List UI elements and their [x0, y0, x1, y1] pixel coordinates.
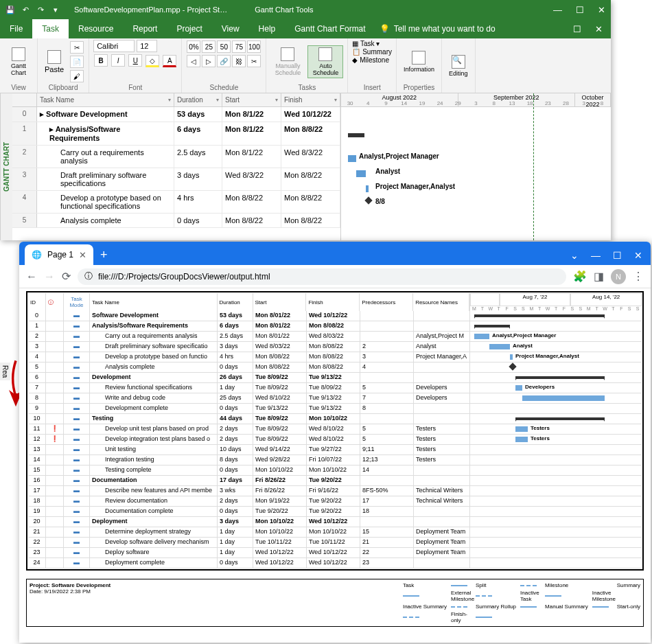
task-row[interactable]: 1 ▸ Analysis/Software Requirements 6 day…: [12, 122, 340, 146]
browser-chevron-down-icon[interactable]: ⌄: [570, 250, 579, 261]
manual-schedule-button[interactable]: Manually Schedule: [270, 46, 305, 78]
editing-button[interactable]: 🔍Editing: [446, 54, 471, 78]
tab-gantt-format[interactable]: Gantt Chart Format: [285, 19, 375, 38]
ribbon-close-icon[interactable]: ✕: [595, 24, 603, 34]
browser-maximize-icon[interactable]: ☐: [613, 250, 622, 261]
format-painter-icon[interactable]: 🖌: [70, 70, 84, 82]
task-name-cell[interactable]: Develop a prototype based on functional …: [37, 191, 174, 213]
header-finish[interactable]: Finish▾: [281, 93, 340, 106]
close-icon[interactable]: ✕: [598, 5, 605, 15]
start-cell[interactable]: Mon 8/8/22: [222, 191, 281, 213]
duration-cell[interactable]: 6 days: [174, 122, 222, 145]
header-start[interactable]: Start▾: [222, 93, 281, 106]
panel-icon[interactable]: ◨: [594, 270, 604, 283]
undo-icon[interactable]: ↶: [21, 5, 30, 14]
task-row[interactable]: 0 ▸ Software Development 53 days Mon 8/1…: [12, 107, 340, 122]
link-button[interactable]: 🔗: [217, 55, 231, 67]
copy-icon[interactable]: 📄: [70, 56, 84, 68]
gantt-chart-button[interactable]: Gantt Chart: [4, 46, 33, 78]
font-name-combo[interactable]: Calibri: [93, 40, 135, 52]
header-duration[interactable]: Duration▾: [174, 93, 222, 106]
insert-milestone-button[interactable]: ◆ Milestone: [352, 56, 389, 64]
pct-100-button[interactable]: 100: [247, 41, 261, 53]
tab-resource[interactable]: Resource: [69, 19, 123, 38]
profile-avatar[interactable]: N: [611, 269, 626, 284]
auto-schedule-button[interactable]: Auto Schedule: [307, 45, 343, 78]
gantt-bar[interactable]: [366, 185, 369, 192]
insert-task-button[interactable]: ▦ Task ▾: [352, 40, 380, 47]
extensions-icon[interactable]: 🧩: [573, 270, 587, 283]
menu-icon[interactable]: ⋮: [633, 270, 644, 283]
duration-cell[interactable]: 0 days: [174, 214, 222, 227]
start-cell[interactable]: Mon 8/8/22: [222, 214, 281, 227]
cut-icon[interactable]: ✂: [70, 41, 84, 54]
finish-cell[interactable]: Mon 8/8/22: [281, 191, 340, 213]
task-name-cell[interactable]: Draft preliminary software specification…: [37, 168, 174, 190]
font-size-combo[interactable]: 12: [137, 40, 157, 52]
tab-report[interactable]: Report: [123, 19, 167, 38]
duration-cell[interactable]: 4 hrs: [174, 191, 222, 213]
duration-cell[interactable]: 53 days: [174, 107, 222, 122]
task-name-cell[interactable]: Analysis complete: [37, 214, 174, 227]
save-icon[interactable]: 💾: [5, 5, 15, 14]
minimize-icon[interactable]: —: [553, 5, 562, 15]
tab-close-icon[interactable]: ✕: [79, 250, 86, 260]
gantt-bar[interactable]: [348, 155, 356, 162]
bold-button[interactable]: B: [94, 54, 108, 67]
finish-cell[interactable]: Wed 8/3/22: [281, 146, 340, 168]
address-bar[interactable]: ⓘ file:///D:/Projects/GroupDocsViewer/ou…: [78, 268, 566, 285]
header-taskname[interactable]: Task Name▾: [37, 93, 174, 106]
task-name-cell[interactable]: ▸ Analysis/Software Requirements: [37, 122, 174, 145]
outdent-button[interactable]: ◁: [187, 55, 200, 67]
paste-button[interactable]: Paste: [42, 49, 67, 75]
duration-cell[interactable]: 3 days: [174, 168, 222, 190]
unlink-button[interactable]: ⛓: [232, 55, 246, 67]
start-cell[interactable]: Mon 8/1/22: [222, 146, 281, 168]
new-tab-button[interactable]: +: [93, 244, 115, 265]
browser-close-icon[interactable]: ✕: [634, 250, 642, 261]
redo-icon[interactable]: ↷: [36, 5, 45, 14]
browser-tab[interactable]: 🌐 Page 1 ✕: [25, 244, 93, 265]
tab-file[interactable]: File: [0, 19, 32, 38]
start-cell[interactable]: Wed 8/3/22: [222, 168, 281, 190]
browser-minimize-icon[interactable]: —: [591, 250, 601, 261]
maximize-icon[interactable]: ☐: [576, 5, 584, 15]
information-button[interactable]: Information: [401, 49, 437, 74]
insert-summary-button[interactable]: 📋 Summary: [352, 48, 392, 56]
back-icon[interactable]: ←: [26, 271, 37, 283]
reload-icon[interactable]: ⟳: [62, 270, 71, 283]
indent-button[interactable]: ▷: [202, 55, 216, 67]
gantt-bar[interactable]: [348, 133, 364, 137]
task-row[interactable]: 4 Develop a prototype based on functiona…: [12, 191, 340, 214]
start-cell[interactable]: Mon 8/1/22: [222, 107, 281, 122]
finish-cell[interactable]: Mon 8/8/22: [281, 214, 340, 227]
task-name-cell[interactable]: Carry out a requirements analysis: [37, 146, 174, 168]
pct-75-button[interactable]: 75: [232, 41, 246, 53]
qat-dropdown-icon[interactable]: ▾: [51, 5, 60, 14]
tab-help[interactable]: Help: [249, 19, 286, 38]
tab-view[interactable]: View: [212, 19, 249, 38]
duration-cell[interactable]: 2.5 days: [174, 146, 222, 168]
italic-button[interactable]: I: [111, 54, 125, 67]
gantt-bar[interactable]: [356, 170, 366, 177]
chevron-down-icon[interactable]: ▾: [168, 97, 171, 103]
pct-50-button[interactable]: 50: [217, 41, 231, 53]
forward-icon[interactable]: →: [44, 271, 55, 283]
tab-project[interactable]: Project: [167, 19, 211, 38]
underline-button[interactable]: U: [128, 54, 142, 67]
font-color-button[interactable]: A: [163, 55, 176, 67]
split-button[interactable]: ✂: [247, 55, 261, 67]
start-cell[interactable]: Mon 8/1/22: [222, 122, 281, 145]
task-row[interactable]: 2 Carry out a requirements analysis 2.5 …: [12, 146, 340, 168]
task-name-cell[interactable]: ▸ Software Development: [37, 107, 174, 122]
pct-0-button[interactable]: 0%: [187, 41, 200, 53]
task-row[interactable]: 5 Analysis complete 0 days Mon 8/8/22 Mo…: [12, 214, 340, 228]
task-row[interactable]: 3 Draft preliminary software specificati…: [12, 168, 340, 191]
pct-25-button[interactable]: 25: [202, 41, 216, 53]
ribbon-minimize-icon[interactable]: ☐: [573, 24, 581, 34]
tab-task[interactable]: Task: [32, 19, 69, 38]
fill-color-button[interactable]: ◇: [145, 55, 159, 67]
finish-cell[interactable]: Mon 8/8/22: [281, 122, 340, 145]
tellme-search[interactable]: 💡 Tell me what you want to do: [380, 19, 496, 38]
finish-cell[interactable]: Mon 8/8/22: [281, 168, 340, 190]
